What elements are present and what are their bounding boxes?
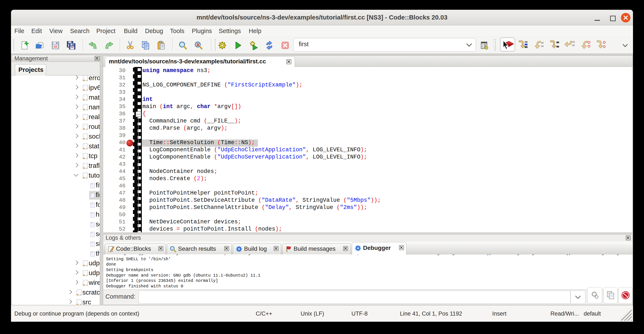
svg-text:R: R [196, 42, 200, 47]
